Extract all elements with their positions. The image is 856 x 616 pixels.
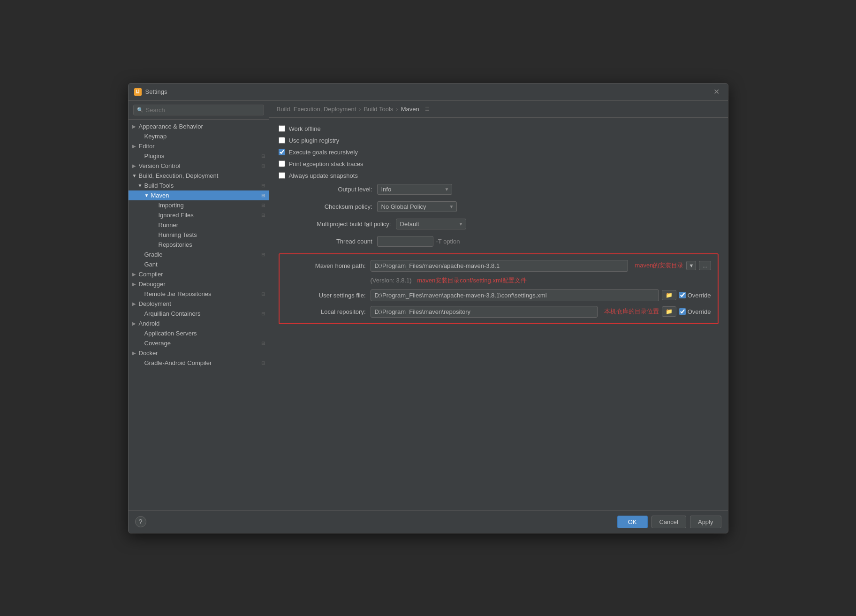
user-settings-input[interactable] bbox=[371, 289, 659, 301]
sidebar-item-compiler[interactable]: ▶ Compiler bbox=[129, 269, 269, 279]
multiproject-policy-select-wrap: Default Never At End Immediately ▼ bbox=[396, 219, 466, 229]
sidebar-item-label: Keymap bbox=[144, 133, 265, 140]
sidebar-item-android[interactable]: ▶ Android bbox=[129, 319, 269, 328]
search-wrap: 🔍 bbox=[133, 105, 264, 115]
sidebar-item-label: Gradle-Android Compiler bbox=[144, 359, 259, 366]
always-update-row: Always update snapshots bbox=[279, 172, 719, 179]
chevron-icon bbox=[152, 222, 158, 228]
sidebar-item-gradle[interactable]: Gradle ⊟ bbox=[129, 250, 269, 259]
chevron-icon bbox=[138, 331, 144, 336]
sidebar: 🔍 ▶ Appearance & Behavior Keymap ▶ bbox=[129, 101, 269, 510]
maven-home-browse-btn[interactable]: ... bbox=[699, 261, 711, 270]
local-repo-browse-btn[interactable]: 📁 bbox=[662, 306, 676, 317]
use-plugin-registry-checkbox[interactable] bbox=[279, 137, 285, 144]
always-update-label: Always update snapshots bbox=[289, 172, 358, 179]
settings-icon: ⊟ bbox=[261, 341, 265, 346]
sidebar-item-gant[interactable]: Gant bbox=[129, 259, 269, 269]
output-level-select[interactable]: Info Debug Warn Error bbox=[377, 184, 452, 195]
checksum-policy-select[interactable]: No Global Policy Fail Warn Ignore bbox=[377, 201, 457, 212]
sidebar-item-label: Compiler bbox=[139, 271, 265, 278]
chevron-icon bbox=[138, 134, 144, 139]
chevron-icon bbox=[138, 291, 144, 297]
sidebar-item-keymap[interactable]: Keymap bbox=[129, 131, 269, 141]
chevron-icon: ▶ bbox=[132, 163, 138, 168]
sidebar-item-app-servers[interactable]: Application Servers bbox=[129, 328, 269, 338]
close-button[interactable]: ✕ bbox=[711, 87, 722, 97]
help-button[interactable]: ? bbox=[135, 516, 146, 527]
sidebar-item-runner[interactable]: Runner bbox=[129, 220, 269, 230]
thread-count-input[interactable] bbox=[377, 236, 433, 247]
sidebar-item-label: Ignored Files bbox=[159, 212, 259, 219]
maven-home-dropdown-btn[interactable]: ▼ bbox=[686, 261, 696, 270]
multiproject-policy-select[interactable]: Default Never At End Immediately bbox=[396, 219, 466, 229]
settings-icon: ⊟ bbox=[261, 193, 265, 198]
ok-button[interactable]: OK bbox=[617, 516, 648, 528]
output-level-select-wrap: Info Debug Warn Error ▼ bbox=[377, 184, 452, 195]
chevron-icon bbox=[152, 242, 158, 247]
settings-icon: ⊟ bbox=[261, 252, 265, 257]
chevron-icon: ▼ bbox=[132, 173, 138, 178]
work-offline-label: Work offline bbox=[289, 125, 321, 132]
sidebar-item-docker[interactable]: ▶ Docker bbox=[129, 348, 269, 358]
multiproject-policy-row: Multiproject build fail policy: Default … bbox=[279, 219, 719, 229]
maven-home-input[interactable] bbox=[371, 260, 629, 272]
user-settings-override-checkbox[interactable] bbox=[679, 292, 686, 298]
sidebar-item-build-exec[interactable]: ▼ Build, Execution, Deployment bbox=[129, 171, 269, 181]
maven-home-label: Maven home path: bbox=[286, 262, 366, 269]
checksum-policy-wrap: No Global Policy Fail Warn Ignore ▼ bbox=[377, 201, 719, 212]
sidebar-item-deployment[interactable]: ▶ Deployment bbox=[129, 299, 269, 309]
footer: ? OK Cancel Apply bbox=[129, 510, 728, 533]
output-level-row: Output level: Info Debug Warn Error ▼ bbox=[279, 184, 719, 195]
app-icon: IJ bbox=[134, 88, 142, 96]
sidebar-item-gradle-android[interactable]: Gradle-Android Compiler ⊟ bbox=[129, 358, 269, 368]
sidebar-item-label: Application Servers bbox=[144, 330, 265, 337]
chevron-icon bbox=[152, 232, 158, 237]
local-repo-override-checkbox[interactable] bbox=[679, 308, 686, 315]
checksum-policy-row: Checksum policy: No Global Policy Fail W… bbox=[279, 201, 719, 212]
sidebar-item-editor[interactable]: ▶ Editor bbox=[129, 141, 269, 151]
search-input[interactable] bbox=[146, 106, 260, 114]
chevron-icon: ▶ bbox=[132, 321, 138, 326]
breadcrumb-sep-2: › bbox=[396, 106, 398, 113]
sidebar-item-plugins[interactable]: Plugins ⊟ bbox=[129, 151, 269, 161]
print-exception-checkbox[interactable] bbox=[279, 160, 285, 167]
sidebar-item-coverage[interactable]: Coverage ⊟ bbox=[129, 338, 269, 348]
sidebar-item-appearance[interactable]: ▶ Appearance & Behavior bbox=[129, 122, 269, 131]
sidebar-item-build-tools[interactable]: ▼ Build Tools ⊟ bbox=[129, 181, 269, 190]
main-area: 🔍 ▶ Appearance & Behavior Keymap ▶ bbox=[129, 101, 728, 510]
footer-right: OK Cancel Apply bbox=[617, 516, 721, 528]
execute-goals-checkbox[interactable] bbox=[279, 149, 285, 155]
settings-icon: ⊟ bbox=[261, 213, 265, 218]
sidebar-item-running-tests[interactable]: Running Tests bbox=[129, 230, 269, 240]
local-repo-input[interactable] bbox=[371, 306, 598, 318]
sidebar-item-arquillian[interactable]: Arquillian Containers ⊟ bbox=[129, 309, 269, 319]
breadcrumb-part-2: Build Tools bbox=[364, 106, 394, 113]
title-bar-left: IJ Settings bbox=[134, 88, 167, 96]
sidebar-item-ignored-files[interactable]: Ignored Files ⊟ bbox=[129, 210, 269, 220]
settings-icon: ⊟ bbox=[261, 153, 265, 159]
maven-version-line: (Version: 3.8.1) maven安装目录conf/setting.x… bbox=[371, 276, 711, 285]
content-area: Build, Execution, Deployment › Build Too… bbox=[269, 101, 728, 510]
work-offline-checkbox[interactable] bbox=[279, 125, 285, 132]
user-settings-browse-btn[interactable]: 📁 bbox=[662, 290, 676, 300]
sidebar-item-label: Maven bbox=[151, 192, 259, 199]
always-update-checkbox[interactable] bbox=[279, 172, 285, 179]
sidebar-item-label: Plugins bbox=[144, 152, 259, 160]
chevron-icon: ▶ bbox=[132, 350, 138, 356]
sidebar-item-importing[interactable]: Importing ⊟ bbox=[129, 200, 269, 210]
print-exception-row: Print exception stack traces bbox=[279, 160, 719, 167]
sidebar-item-label: Build Tools bbox=[144, 182, 259, 189]
sidebar-item-maven[interactable]: ▼ Maven ⊟ bbox=[129, 190, 269, 200]
cancel-button[interactable]: Cancel bbox=[651, 516, 686, 528]
sidebar-item-remote-jar[interactable]: Remote Jar Repositories ⊟ bbox=[129, 289, 269, 299]
maven-home-annotation: maven的安装目录 bbox=[635, 261, 683, 270]
sidebar-item-version-control[interactable]: ▶ Version Control ⊟ bbox=[129, 161, 269, 171]
sidebar-item-repositories[interactable]: Repositories bbox=[129, 240, 269, 250]
sidebar-item-label: Docker bbox=[139, 350, 265, 357]
sidebar-item-label: Gant bbox=[144, 261, 265, 268]
use-plugin-registry-label: Use plugin registry bbox=[289, 137, 340, 144]
breadcrumb-sep-1: › bbox=[359, 106, 361, 113]
sidebar-item-debugger[interactable]: ▶ Debugger bbox=[129, 279, 269, 289]
apply-button[interactable]: Apply bbox=[690, 516, 721, 528]
chevron-icon bbox=[152, 203, 158, 208]
